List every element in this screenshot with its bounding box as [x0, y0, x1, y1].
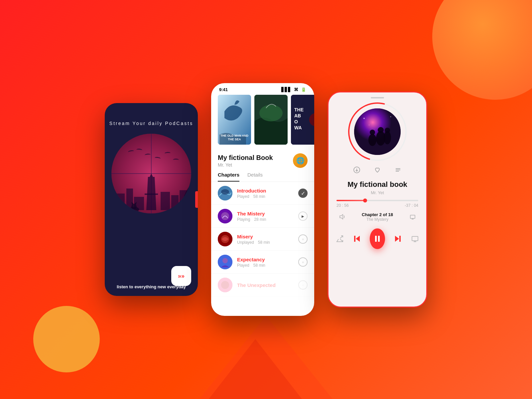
track-title: My fictional book: [329, 180, 426, 189]
chapter-item-misery[interactable]: Misery Unplayed 58 min ○: [211, 228, 314, 251]
svg-text:AB: AB: [294, 113, 301, 118]
chapter-name-5: The Unexpected: [237, 282, 294, 288]
prev-button[interactable]: [352, 232, 362, 245]
chapter-avatar-2: [218, 209, 232, 223]
tab-details[interactable]: Details: [247, 172, 263, 182]
signal-icon: ▋▋▋: [281, 87, 291, 92]
bird-icon: [155, 157, 161, 160]
book-cover-1[interactable]: THE OLD MAN AND THE SEA: [218, 95, 251, 145]
chapter-state-icon-5: ○: [298, 280, 308, 290]
progress-dot: [363, 199, 367, 202]
phone2-library: 9:41 ▋▋▋ ⌘ 🔋: [211, 83, 314, 316]
phone3-chapter-info: Chapter 2 of 18 The Mystery: [329, 208, 426, 226]
chapter-state-icon-4: ○: [298, 257, 308, 267]
book1-title: THE OLD MAN AND THE SEA: [219, 134, 249, 141]
bg-circle-bottom-left: [33, 306, 100, 372]
book3-artwork: THE AB O WA: [291, 95, 314, 145]
phone3-player: My fictional book Mr. Yet 20 : 56 -37 : …: [328, 91, 427, 308]
album-art-svg: [354, 108, 401, 155]
svg-rect-49: [354, 236, 355, 242]
phone1-splash: Stream Your daily PodCasts: [105, 103, 198, 296]
bg-circle-top-right: [432, 0, 532, 100]
svg-point-42: [369, 125, 369, 125]
chapter-name-2: The Mistery: [237, 211, 294, 216]
chapter-info-1: Introduction Played 58 min: [237, 188, 294, 199]
svg-point-39: [385, 128, 390, 133]
chapter-state-icon-2: ▶: [298, 211, 308, 221]
phone2-chapters: Introduction Played 58 min ✓ The Mistery…: [211, 182, 314, 297]
svg-rect-53: [399, 236, 401, 242]
phone3-controls: [329, 228, 426, 249]
chapter-name-player: The Mystery: [348, 217, 407, 222]
svg-point-24: [221, 189, 229, 195]
chapter-status-1: Played: [237, 194, 249, 199]
chapter-info-3: Misery Unplayed 58 min: [237, 234, 294, 245]
chapter-item-unexpected[interactable]: The Unexpected ○: [211, 274, 314, 297]
phone1-next-button[interactable]: »»: [171, 266, 191, 286]
shuffle-button[interactable]: [335, 232, 344, 245]
next-button[interactable]: [393, 232, 402, 245]
svg-point-33: [354, 108, 401, 155]
book-cover-3[interactable]: THE AB O WA: [291, 95, 314, 145]
phone2-book-name: My fictional Book: [218, 154, 273, 162]
svg-rect-54: [412, 236, 418, 241]
phone2-book-author: Mr. Yet: [218, 162, 273, 168]
artwork-ring: [351, 105, 404, 158]
playlist-icon[interactable]: [392, 164, 404, 176]
chapter-duration-3: 58 min: [258, 240, 270, 245]
svg-point-36: [376, 131, 385, 146]
phone1-red-tab: [195, 191, 198, 208]
svg-point-41: [390, 116, 391, 117]
svg-marker-52: [395, 236, 399, 242]
chapter-name-3: Misery: [237, 234, 294, 239]
battery-icon: 🔋: [301, 87, 306, 92]
birds-area: [118, 147, 185, 167]
bird-icon: [145, 154, 151, 157]
cast-button[interactable]: [410, 232, 420, 245]
heart-icon[interactable]: [372, 164, 383, 176]
progress-current: 20 : 56: [336, 203, 349, 208]
status-time: 9:41: [219, 87, 228, 92]
svg-point-40: [363, 118, 365, 119]
phone3-handle: [371, 97, 384, 98]
book-cover-2[interactable]: [254, 95, 288, 145]
svg-marker-1: [150, 174, 153, 177]
skyline-svg: [111, 174, 191, 213]
download-icon[interactable]: [351, 164, 362, 176]
chapter-status-3: Unplayed: [237, 240, 254, 245]
progress-bar-bg[interactable]: [336, 200, 418, 201]
svg-rect-51: [378, 236, 380, 242]
svg-rect-6: [161, 192, 170, 210]
chapter-item-expectancy[interactable]: Expectancy Played 58 min ○: [211, 251, 314, 274]
svg-point-32: [221, 281, 229, 289]
globe-icon: 🌐: [296, 157, 305, 165]
volume-icon[interactable]: [336, 211, 348, 222]
phone1-circle-artwork: [111, 134, 191, 213]
chapter-info-5: The Unexpected: [237, 282, 294, 288]
bird-icon: [165, 152, 171, 155]
chapter-state-icon-1: ✓: [298, 189, 308, 198]
wifi-icon: ⌘: [294, 87, 298, 92]
progress-remaining: -37 : 04: [405, 203, 418, 208]
screen-icon[interactable]: [407, 211, 418, 222]
svg-text:THE: THE: [294, 107, 304, 112]
phone2-book-meta: My fictional Book Mr. Yet 🌐: [211, 153, 314, 172]
bg-triangle-bottom2: [209, 339, 302, 399]
phone3-progress[interactable]: 20 : 56 -37 : 04: [329, 195, 426, 208]
chapter-item-introduction[interactable]: Introduction Played 58 min ✓: [211, 182, 314, 205]
svg-text:O: O: [294, 119, 298, 124]
svg-rect-7: [171, 195, 179, 210]
chapter-status-4: Played: [237, 263, 249, 268]
chapter-item-mistery[interactable]: The Mistery Playing 28 min ▶: [211, 205, 314, 228]
pause-button[interactable]: [370, 228, 385, 249]
chapter-info-2: The Mistery Playing 28 min: [237, 211, 294, 222]
status-icons: ▋▋▋ ⌘ 🔋: [281, 87, 306, 92]
tab-chapters[interactable]: Chapters: [218, 172, 239, 182]
phone2-tabs: Chapters Details: [211, 172, 314, 182]
bird-icon: [136, 149, 143, 152]
artwork-image: [354, 108, 401, 155]
svg-point-37: [378, 127, 384, 133]
bird-icon: [128, 150, 134, 154]
chapter-duration-1: 58 min: [253, 194, 265, 199]
chapter-name-1: Introduction: [237, 188, 294, 194]
